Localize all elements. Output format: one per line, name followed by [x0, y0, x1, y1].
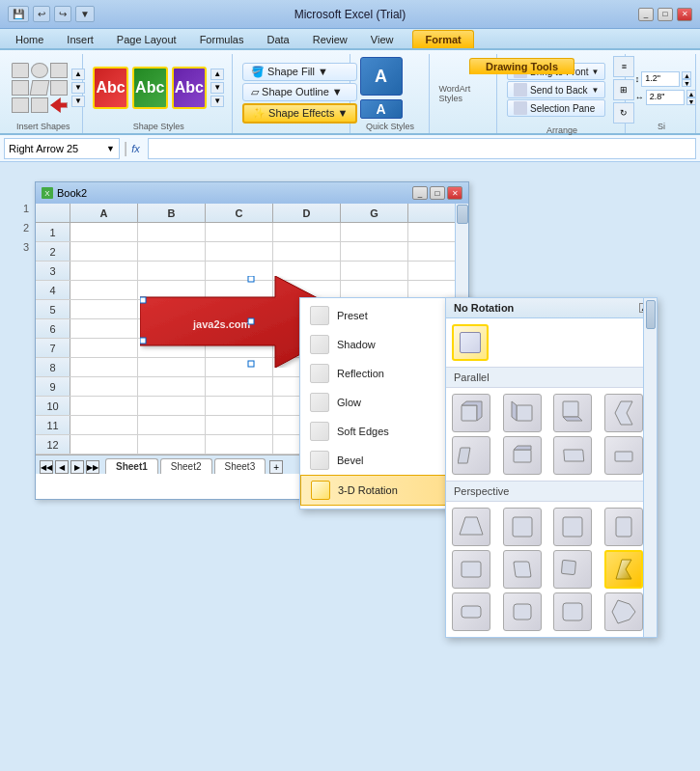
tab-insert[interactable]: Insert: [55, 31, 105, 48]
quick-access-dropdown[interactable]: ▼: [75, 6, 95, 22]
panel-scroll-thumb[interactable]: [646, 300, 656, 329]
formula-fx-icon[interactable]: fx: [131, 143, 140, 154]
menu-glow[interactable]: Glow ▶: [300, 388, 467, 417]
shape-icon-6[interactable]: [50, 80, 68, 96]
tab-view[interactable]: View: [359, 31, 406, 48]
last-sheet-btn[interactable]: ▶▶: [86, 460, 99, 474]
shape-icon-4[interactable]: [12, 80, 29, 96]
shape-icon-2[interactable]: [31, 63, 48, 78]
width-down[interactable]: ▼: [686, 97, 696, 105]
width-input[interactable]: 2.8": [646, 90, 685, 105]
col-b[interactable]: B: [138, 204, 206, 222]
no-rotation-item[interactable]: [452, 324, 489, 361]
shape-arrow-icon[interactable]: [50, 97, 68, 113]
shape-icon-7[interactable]: [12, 97, 29, 113]
col-c[interactable]: C: [206, 204, 273, 222]
persp-item-3[interactable]: [553, 508, 592, 546]
height-down[interactable]: ▼: [682, 79, 691, 87]
persp-item-2[interactable]: [503, 508, 542, 546]
col-a[interactable]: A: [70, 204, 138, 222]
parallel-item-4[interactable]: [604, 394, 643, 432]
ss-close[interactable]: ✕: [447, 186, 462, 200]
swatch-purple[interactable]: Abc: [172, 67, 208, 109]
tab-format[interactable]: Format: [412, 30, 473, 48]
persp-item-11[interactable]: [553, 592, 592, 631]
parallel-item-1[interactable]: [452, 394, 490, 432]
persp-item-5[interactable]: [452, 550, 490, 589]
tab-review[interactable]: Review: [301, 31, 359, 48]
col-d[interactable]: D: [273, 204, 341, 222]
parallel-item-6[interactable]: [503, 436, 542, 475]
minimize-button[interactable]: _: [638, 8, 654, 21]
height-input[interactable]: 1.2": [641, 71, 680, 87]
sheet-tab-3[interactable]: Sheet3: [214, 458, 266, 474]
quick-access-redo[interactable]: ↪: [54, 6, 71, 22]
formula-bar: Right Arrow 25 ▼ | fx: [0, 135, 700, 162]
shape-effects-button[interactable]: ✨ Shape Effects ▼: [242, 103, 357, 124]
swatch-scroll-down[interactable]: ▼: [210, 82, 224, 94]
shape-icon-8[interactable]: [31, 97, 48, 113]
col-g[interactable]: G: [341, 204, 408, 222]
formula-input[interactable]: [148, 138, 696, 159]
add-sheet-btn[interactable]: +: [269, 460, 283, 474]
swatch-more[interactable]: ▼: [210, 96, 224, 107]
width-up[interactable]: ▲: [686, 90, 696, 97]
persp-item-4[interactable]: [604, 508, 643, 546]
maximize-button[interactable]: □: [658, 8, 673, 21]
next-sheet-btn[interactable]: ▶: [70, 460, 84, 474]
shape-fill-button[interactable]: 🪣 Shape Fill ▼: [242, 63, 357, 81]
parallel-item-5[interactable]: [452, 436, 490, 475]
persp-item-12[interactable]: [604, 592, 643, 631]
quick-access-save[interactable]: 💾: [8, 6, 29, 22]
tab-formulas[interactable]: Formulas: [188, 31, 256, 48]
close-button[interactable]: ✕: [677, 8, 692, 21]
parallel-item-7[interactable]: [553, 436, 592, 475]
quick-styles-button[interactable]: A: [360, 57, 403, 96]
persp-item-9[interactable]: [452, 592, 490, 631]
ss-minimize[interactable]: _: [412, 186, 428, 200]
outer-row-3: 3: [19, 241, 33, 261]
menu-preset[interactable]: Preset ▶: [300, 301, 467, 330]
persp-item-7[interactable]: [553, 550, 592, 589]
persp-item-10[interactable]: [503, 592, 542, 631]
sheet-tab-2[interactable]: Sheet2: [160, 458, 212, 474]
name-box[interactable]: Right Arrow 25 ▼: [4, 138, 120, 159]
shapes-more[interactable]: ▼: [71, 96, 85, 107]
first-sheet-btn[interactable]: ◀◀: [40, 460, 53, 474]
persp-item-6[interactable]: [503, 550, 542, 589]
svg-rect-8: [462, 405, 477, 421]
parallel-item-2[interactable]: [503, 394, 542, 432]
swatch-red[interactable]: Abc: [93, 67, 128, 109]
tab-data[interactable]: Data: [255, 31, 300, 48]
menu-shadow[interactable]: Shadow ▶: [300, 330, 467, 359]
selection-pane-button[interactable]: Selection Pane: [507, 99, 606, 117]
shape-icon-1[interactable]: [12, 63, 29, 78]
swatch-green[interactable]: Abc: [132, 67, 168, 109]
shape-icon-3[interactable]: [50, 63, 68, 78]
tab-home[interactable]: Home: [4, 31, 55, 48]
parallel-item-3[interactable]: [553, 394, 592, 432]
shape-outline-button[interactable]: ▱ Shape Outline ▼: [242, 83, 357, 101]
shapes-scroll-down[interactable]: ▼: [71, 82, 85, 94]
persp-item-8[interactable]: [604, 550, 643, 589]
parallel-item-8[interactable]: [604, 436, 643, 475]
menu-bevel[interactable]: Bevel ▶: [300, 446, 467, 475]
wordart-a-button[interactable]: A: [360, 99, 403, 119]
menu-3d-rotation[interactable]: 3-D Rotation ▶: [300, 475, 467, 506]
menu-reflection[interactable]: Reflection ▶: [300, 359, 467, 388]
menu-soft-edges[interactable]: Soft Edges ▶: [300, 417, 467, 446]
swatch-scroll-up[interactable]: ▲: [210, 69, 224, 80]
sheet-tab-1[interactable]: Sheet1: [105, 458, 158, 474]
tab-page-layout[interactable]: Page Layout: [105, 31, 188, 48]
height-up[interactable]: ▲: [682, 71, 691, 79]
shape-icon-5[interactable]: [30, 80, 50, 96]
prev-sheet-btn[interactable]: ◀: [55, 460, 69, 474]
quick-access-undo[interactable]: ↩: [33, 6, 50, 22]
persp-item-1[interactable]: [452, 508, 490, 546]
insert-shapes-label: Insert Shapes: [12, 120, 74, 131]
send-to-back-button[interactable]: Send to Back ▼: [507, 81, 606, 98]
ss-maximize[interactable]: □: [430, 186, 445, 200]
shapes-scroll-up[interactable]: ▲: [71, 69, 85, 80]
panel-scrollbar[interactable]: [643, 298, 657, 637]
scroll-thumb[interactable]: [457, 205, 468, 224]
